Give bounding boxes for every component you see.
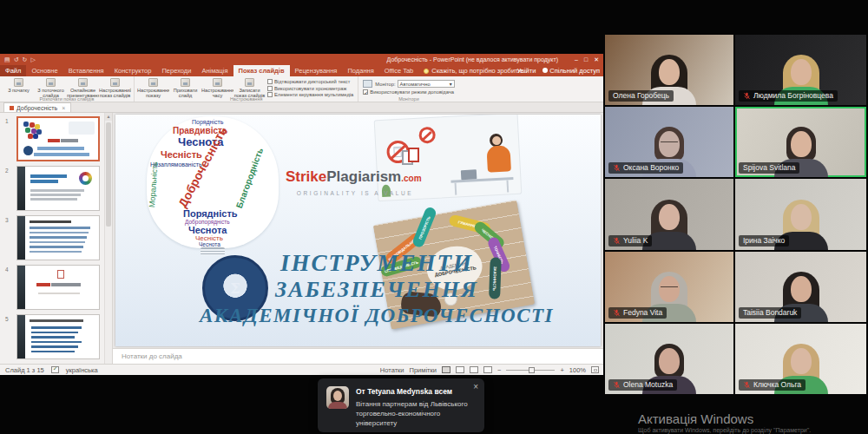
close-button[interactable]: ✕: [594, 54, 599, 65]
participant-tile-9[interactable]: Ключка Ольга: [735, 324, 866, 394]
cloud-word: Благородність: [234, 147, 265, 209]
slide-canvas[interactable]: ПорядністьПравдивістьЧеснотаЧесністьНеза…: [115, 115, 601, 346]
ribbon-tab-подання[interactable]: Подання: [342, 65, 378, 76]
language-indicator[interactable]: українська: [66, 366, 98, 374]
window-controls[interactable]: –□✕: [575, 54, 602, 65]
chat-sender: От Tetyana Medynska всем: [356, 387, 452, 396]
normal-view-icon[interactable]: [442, 366, 450, 373]
gear-icon: [148, 78, 158, 87]
presenter-view-checkbox[interactable]: Використовувати режим доповідача: [363, 89, 454, 95]
slide-thumbnail-1[interactable]: 1: [5, 116, 104, 163]
thumbnail-scrollbar[interactable]: ▲: [104, 113, 112, 364]
monitor-dropdown[interactable]: Автоматично▾: [398, 80, 455, 88]
participant-tile-7[interactable]: Taisiia Bondaruk: [735, 252, 866, 322]
qat-icon-0[interactable]: ▤: [4, 54, 10, 65]
hide-slide-button[interactable]: Приховати слайд: [169, 78, 201, 98]
tellme-label: Скажіть, що потрібно зробити...: [431, 65, 527, 76]
participant-tile-2[interactable]: Оксана Воронко: [605, 107, 733, 177]
notes-pane[interactable]: Нотатки до слайда: [113, 348, 603, 364]
ribbon-tab-показ-слайдів[interactable]: Показ слайдів: [233, 65, 290, 76]
zoom-in-button[interactable]: +: [560, 366, 563, 374]
participant-name-label: Olena Motuzka: [608, 379, 677, 391]
fit-to-window-icon[interactable]: [591, 366, 599, 373]
qat-icon-1[interactable]: ↺: [14, 54, 19, 65]
slide-thumbnail-4[interactable]: 4: [5, 265, 104, 312]
slide-thumbnail-3[interactable]: 3: [5, 215, 104, 262]
group-label: Розпочати показ слайдів: [0, 96, 134, 102]
qat-icon-3[interactable]: ▷: [30, 54, 35, 65]
slide-thumbnail-5[interactable]: 5: [5, 314, 104, 361]
participant-tile-6[interactable]: Fedyna Vita: [605, 252, 733, 322]
screen: ▤↺↻▷ Доброчесність - PowerPoint (не вдал…: [0, 0, 868, 434]
ribbon-tab-анімація[interactable]: Анімація: [196, 65, 233, 76]
setup-slideshow-button[interactable]: Настроювання показу слайдів: [137, 78, 169, 98]
close-icon[interactable]: ×: [473, 382, 478, 391]
ribbon-tab-файл[interactable]: Файл: [0, 65, 26, 76]
spellcheck-icon[interactable]: [51, 366, 59, 373]
from-current-slide-button[interactable]: З поточного слайда: [35, 78, 67, 98]
tellme-box[interactable]: Скажіть, що потрібно зробити...: [418, 65, 532, 76]
avatar: [326, 386, 349, 409]
slideshow-view-icon[interactable]: [483, 366, 492, 373]
participant-tile-5[interactable]: Ірина Заічко: [735, 179, 866, 249]
ribbon-tab-рецензування[interactable]: Рецензування: [290, 65, 343, 76]
zoom-slider-knob[interactable]: [529, 367, 535, 373]
notes-toggle[interactable]: Нотатки: [380, 366, 404, 374]
powerpoint-window: ▤↺↻▷ Доброчесність - PowerPoint (не вдал…: [0, 54, 603, 375]
ribbon-tab-основне[interactable]: Основне: [26, 65, 62, 76]
cloud-word: Добропорядність: [185, 219, 230, 225]
checkbox-checked-icon: [363, 89, 368, 95]
cloud-word: Порядність: [183, 208, 238, 219]
maximize-button[interactable]: □: [584, 54, 588, 65]
status-bar: Слайд 1 з 15 українська Нотатки Примітки…: [0, 364, 603, 375]
ribbon-tab-row: ФайлОсновнеВставленняКонструкторПереходи…: [0, 65, 603, 76]
play-narrations-checkbox[interactable]: Відтворювати дикторський текст: [267, 79, 353, 84]
participant-tile-3[interactable]: Spijova Svitlana: [735, 107, 866, 177]
comments-toggle[interactable]: Примітки: [410, 366, 437, 374]
lightbulb-icon: [424, 69, 429, 74]
windows-activation-watermark: Активація Windows Щоб активувати Windows…: [638, 411, 811, 433]
zoom-slider[interactable]: [506, 366, 555, 374]
ribbon-tab-переходи[interactable]: Переходи: [156, 65, 196, 76]
use-timings-checkbox[interactable]: Використовувати хронометраж: [267, 86, 353, 91]
participant-tile-4[interactable]: Yuliia K: [605, 179, 733, 249]
slide-editing-area: ПорядністьПравдивістьЧеснотаЧесністьНеза…: [113, 113, 603, 348]
zoom-out-button[interactable]: −: [497, 366, 501, 374]
chat-message: Вітання партнерам від Львівського торгов…: [356, 399, 476, 428]
cloud-word: Чеснота: [199, 241, 220, 247]
custom-slideshow-button[interactable]: Настроюваний показ слайдів: [99, 78, 131, 98]
ribbon-tab-office-tab[interactable]: Office Tab: [379, 65, 419, 76]
participant-tile-1[interactable]: Людмила Богріновцева: [735, 35, 866, 105]
office-tab-bar: Доброчесність ×: [0, 102, 603, 113]
record-icon: [245, 78, 254, 87]
ribbon-tab-вставлення[interactable]: Вставлення: [63, 65, 109, 76]
record-slideshow-button[interactable]: Записати показ слайдів: [233, 78, 266, 98]
slide-sorter-view-icon[interactable]: [456, 366, 464, 373]
thumbnail-number: 1: [5, 118, 9, 124]
person-figure: [486, 145, 511, 172]
participant-tile-8[interactable]: Olena Motuzka: [605, 324, 733, 394]
scroll-up-arrow[interactable]: ▲: [105, 113, 112, 121]
participant-name-label: Олена Горобець: [608, 90, 674, 102]
zoom-level[interactable]: 100%: [569, 366, 586, 374]
present-online-button[interactable]: Онлайнове презентування: [67, 78, 99, 98]
slide-thumbnail-2[interactable]: 2: [5, 166, 104, 213]
qat-icon-2[interactable]: ↻: [23, 54, 28, 65]
minimize-button[interactable]: –: [575, 54, 578, 65]
thumbnail-preview: [16, 166, 100, 211]
quick-access-toolbar[interactable]: ▤↺↻▷: [0, 54, 36, 65]
reading-view-icon[interactable]: [470, 366, 478, 373]
chat-notification-popup: От Tetyana Medynska всем × Вітання партн…: [318, 378, 484, 432]
close-icon[interactable]: ×: [62, 105, 65, 111]
from-beginning-button[interactable]: З початку: [3, 78, 35, 98]
thumbnail-preview: [16, 215, 100, 260]
rehearse-timings-button[interactable]: Настроювання часу: [201, 78, 233, 98]
signin-button[interactable]: Увійти: [517, 65, 536, 76]
ribbon-tab-конструктор[interactable]: Конструктор: [109, 65, 157, 76]
slideshow-icon: [46, 78, 56, 87]
hide-slide-icon: [181, 78, 190, 87]
participant-tile-0[interactable]: Олена Горобець: [605, 35, 733, 105]
document-tab[interactable]: Доброчесність ×: [3, 102, 71, 112]
share-button[interactable]: Спільний доступ: [542, 65, 600, 76]
scrollbar-thumb[interactable]: [106, 122, 111, 227]
